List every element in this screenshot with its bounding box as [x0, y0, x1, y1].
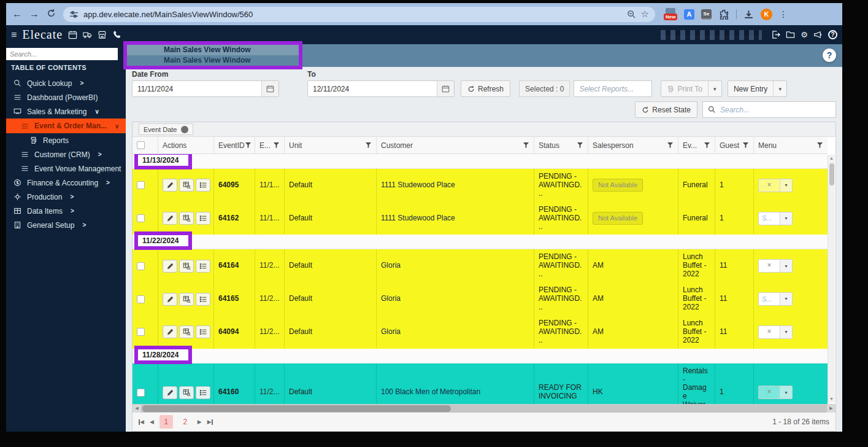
sidebar-item-quick-lookup[interactable]: Quick Lookup >: [6, 76, 126, 90]
last-page-icon[interactable]: ▶: [207, 419, 213, 425]
menu-combobox[interactable]: S... ▾: [758, 212, 793, 225]
download-icon[interactable]: [743, 9, 754, 20]
row-checkbox[interactable]: [137, 295, 145, 303]
line-items-button[interactable]: [196, 212, 210, 225]
view-details-button[interactable]: [179, 386, 194, 399]
extensions-puzzle-icon[interactable]: [718, 9, 729, 20]
column-header-event-date[interactable]: E...: [255, 137, 285, 154]
logout-icon[interactable]: [771, 30, 780, 39]
line-items-button[interactable]: [196, 179, 210, 192]
filter-icon[interactable]: [365, 142, 372, 149]
calendar-picker-icon[interactable]: [261, 81, 278, 96]
browser-menu-icon[interactable]: ⋮: [779, 9, 788, 19]
storefront-icon[interactable]: [98, 30, 107, 39]
phone-icon[interactable]: [112, 30, 121, 39]
sidebar-item-general-setup[interactable]: General Setup >: [6, 218, 126, 232]
column-header-customer[interactable]: Customer: [377, 137, 534, 154]
new-extension-icon[interactable]: New: [664, 8, 677, 20]
profile-avatar[interactable]: K: [761, 9, 772, 20]
header-help-icon[interactable]: ?: [828, 30, 837, 39]
edit-button[interactable]: [163, 260, 177, 273]
dropdown-icon[interactable]: ▾: [780, 326, 792, 338]
row-checkbox[interactable]: [137, 328, 145, 336]
column-header-eventid[interactable]: EventID: [214, 137, 255, 154]
select-reports-input[interactable]: [574, 80, 652, 97]
row-checkbox[interactable]: [137, 214, 145, 222]
column-header-unit[interactable]: Unit: [285, 137, 377, 154]
column-header-salesperson[interactable]: Salesperson: [588, 137, 678, 154]
menu-combobox[interactable]: × ▾: [758, 179, 793, 192]
previous-page-icon[interactable]: ◀: [150, 419, 154, 425]
edit-button[interactable]: [163, 325, 177, 338]
sidebar-item-production[interactable]: Production >: [6, 190, 126, 204]
group-chip-event-date[interactable]: Event Date: [139, 123, 193, 135]
view-details-button[interactable]: [179, 293, 194, 306]
group-header-row[interactable]: 11/22/2024: [133, 235, 828, 249]
page-1-button[interactable]: 1: [159, 415, 173, 429]
next-page-icon[interactable]: ▶: [198, 419, 202, 425]
sidebar-item-event-venue-management[interactable]: Event Venue Management: [6, 161, 126, 176]
filter-icon[interactable]: [667, 142, 674, 149]
page-2-button[interactable]: 2: [179, 415, 192, 429]
edit-button[interactable]: [163, 386, 177, 399]
grid-search-input[interactable]: [720, 106, 831, 114]
menu-combobox[interactable]: × ▾: [758, 325, 793, 339]
dropdown-icon[interactable]: ▾: [780, 179, 792, 192]
app-menu-icon[interactable]: ≡: [11, 29, 17, 41]
sidebar-item-event-order-management[interactable]: Event & Order Man... ∨: [6, 119, 126, 133]
filter-icon[interactable]: [742, 142, 749, 149]
vertical-scroll-thumb[interactable]: [829, 163, 834, 185]
group-header-row[interactable]: 11/28/2024: [133, 349, 828, 363]
tab-main-sales-view-window-2[interactable]: Main Sales View Window: [127, 55, 299, 66]
edit-button[interactable]: [163, 293, 177, 306]
calendar-picker-icon[interactable]: [437, 81, 454, 96]
dropdown-icon[interactable]: ▾: [780, 260, 792, 272]
sidebar-item-reports[interactable]: Reports: [6, 133, 126, 147]
sidebar-item-dashboard[interactable]: Dashboard (PowerBI): [6, 90, 126, 104]
view-details-button[interactable]: [179, 212, 194, 225]
print-to-dropdown-icon[interactable]: ▾: [708, 81, 721, 96]
new-entry-dropdown-icon[interactable]: ▾: [773, 81, 786, 96]
translate-extension-icon[interactable]: A: [684, 9, 694, 20]
line-items-button[interactable]: [196, 386, 210, 399]
filter-icon[interactable]: [704, 142, 710, 149]
row-checkbox[interactable]: [137, 181, 145, 189]
app-logo[interactable]: Elecate: [22, 28, 63, 42]
column-header-menu[interactable]: Menu: [754, 137, 828, 154]
column-header-event-type[interactable]: Ev...: [678, 137, 715, 154]
filter-icon[interactable]: [816, 142, 823, 149]
menu-combobox[interactable]: × ▾: [758, 386, 793, 399]
sidebar-item-customer-crm[interactable]: Customer (CRM) >: [6, 147, 126, 161]
row-checkbox[interactable]: [137, 262, 145, 270]
calendar-icon[interactable]: [68, 30, 77, 39]
site-settings-icon[interactable]: [69, 10, 79, 19]
date-to-input[interactable]: [308, 81, 437, 96]
back-icon[interactable]: ←: [12, 9, 22, 19]
date-from-input[interactable]: [133, 81, 261, 96]
sidebar-item-data-items[interactable]: Data Items >: [6, 204, 126, 218]
scroll-up-icon[interactable]: ▲: [829, 155, 834, 162]
bookmark-star-icon[interactable]: ☆: [641, 9, 649, 20]
dropdown-icon[interactable]: ▾: [780, 212, 792, 225]
horizontal-scroll-thumb[interactable]: [142, 405, 451, 412]
print-to-button[interactable]: Print To: [661, 81, 707, 96]
zoom-out-icon[interactable]: [627, 10, 636, 19]
folder-icon[interactable]: [786, 30, 795, 39]
filter-icon[interactable]: [523, 142, 529, 149]
remove-group-icon[interactable]: [181, 126, 188, 133]
gear-icon[interactable]: ⚙: [801, 31, 808, 39]
view-details-button[interactable]: [179, 260, 194, 273]
line-items-button[interactable]: [196, 325, 210, 338]
selenium-extension-icon[interactable]: Se: [701, 9, 712, 20]
horizontal-scrollbar[interactable]: ◀ ▶: [133, 404, 835, 412]
filter-icon[interactable]: [245, 142, 252, 149]
view-details-button[interactable]: [179, 179, 194, 192]
group-header-row[interactable]: 11/13/2024: [133, 154, 828, 169]
sidebar-item-finance-accounting[interactable]: Finance & Accounting >: [6, 176, 126, 190]
select-all-checkbox[interactable]: [137, 141, 145, 149]
first-page-icon[interactable]: ◀: [139, 419, 144, 425]
edit-button[interactable]: [163, 212, 177, 225]
truck-icon[interactable]: [83, 30, 92, 39]
sidebar-item-sales-marketing[interactable]: Sales & Marketing ∨: [6, 104, 126, 119]
reload-icon[interactable]: [47, 9, 56, 20]
